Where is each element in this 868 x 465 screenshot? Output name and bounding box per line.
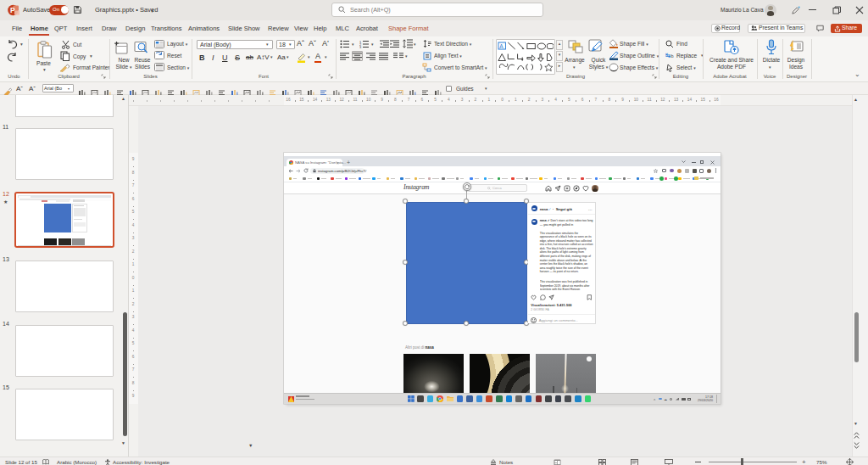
svg-text:3: 3 (359, 45, 362, 48)
svg-text:P: P (10, 6, 15, 14)
svg-text:A: A (499, 43, 504, 49)
